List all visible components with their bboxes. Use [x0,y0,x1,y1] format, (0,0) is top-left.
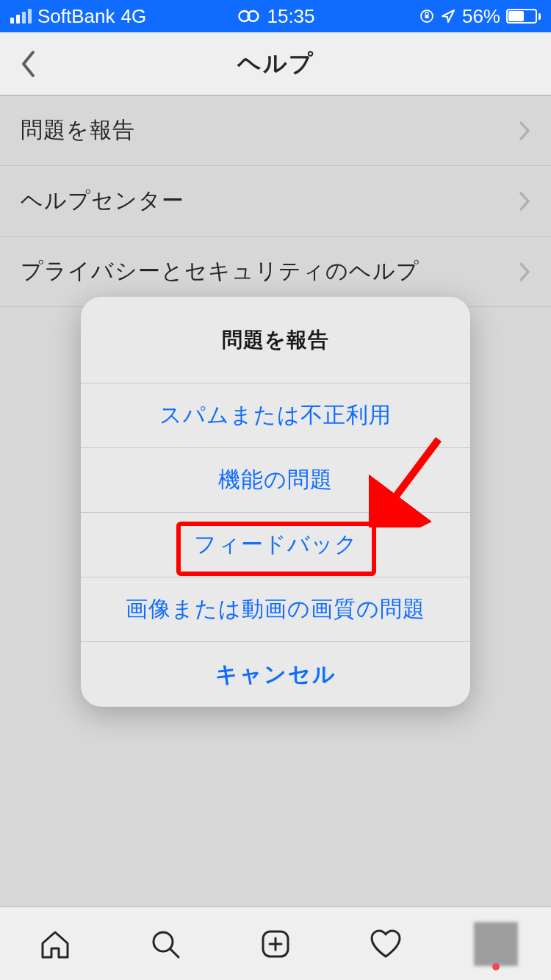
action-sheet-title: 問題を報告 [81,297,470,383]
clock-label: 15:35 [267,5,314,28]
list-item-label: 問題を報告 [21,115,135,145]
tab-activity[interactable] [364,922,408,966]
list-item-help-center[interactable]: ヘルプセンター [0,166,551,237]
status-left: SoftBank 4G [10,5,146,28]
status-bar: SoftBank 4G 15:35 56% [0,0,551,32]
sheet-option-media-quality[interactable]: 画像または動画の画質の問題 [81,577,470,642]
lock-rotation-icon [419,9,434,24]
sheet-option-label: 機能の問題 [218,465,333,495]
chevron-left-icon [20,50,36,78]
plus-square-icon [258,926,293,962]
chevron-right-icon [519,120,530,141]
heart-icon [368,926,403,962]
back-button[interactable] [13,49,43,79]
sheet-option-spam-abuse[interactable]: スパムまたは不正利用 [81,383,470,448]
hotspot-icon [236,9,261,24]
sheet-option-feature-problem[interactable]: 機能の問題 [81,448,470,513]
home-icon [37,926,73,962]
tab-profile[interactable] [474,922,518,966]
tab-home[interactable] [33,922,77,966]
svg-line-5 [170,949,179,957]
settings-list: 問題を報告 ヘルプセンター プライバシーとセキュリティのヘルプ [0,96,551,307]
chevron-right-icon [519,262,530,282]
status-right: 56% [419,5,541,28]
search-icon [148,926,183,962]
location-icon [440,8,456,24]
nav-header: ヘルプ [0,32,551,96]
sheet-option-label: フィードバック [194,530,358,560]
sheet-option-label: 画像または動画の画質の問題 [126,594,425,624]
page-title: ヘルプ [237,48,314,80]
list-item-report-problem[interactable]: 問題を報告 [0,96,551,166]
action-sheet: 問題を報告 スパムまたは不正利用 機能の問題 フィードバック 画像または動画の画… [81,297,470,707]
signal-icon [10,9,32,24]
tab-bar [0,907,551,980]
notification-dot-icon [492,963,500,970]
battery-icon [506,9,541,24]
list-item-label: プライバシーとセキュリティのヘルプ [21,256,419,287]
tab-search[interactable] [143,922,187,966]
battery-pct-label: 56% [462,5,500,28]
sheet-option-feedback[interactable]: フィードバック [81,513,470,577]
list-item-label: ヘルプセンター [21,186,184,216]
status-center: 15:35 [236,5,314,28]
sheet-option-label: スパムまたは不正利用 [159,400,392,430]
chevron-right-icon [519,191,530,212]
svg-rect-3 [425,15,428,18]
profile-avatar [474,922,518,966]
carrier-label: SoftBank [37,5,115,28]
tab-new-post[interactable] [253,922,298,966]
sheet-cancel-button[interactable]: キャンセル [81,642,470,707]
network-label: 4G [121,5,147,28]
